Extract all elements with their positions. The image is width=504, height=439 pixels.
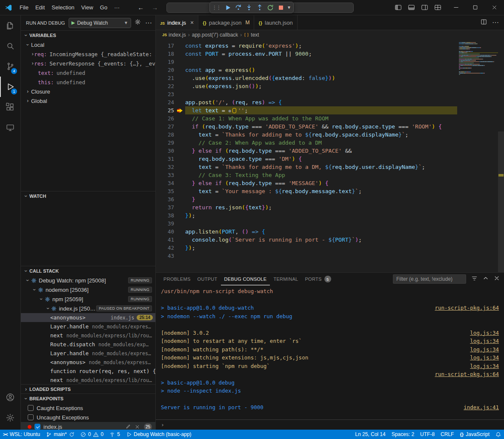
glyph-margin[interactable]	[174, 155, 185, 163]
panel-tab-terminal[interactable]: TERMINAL	[270, 273, 301, 285]
glyph-margin[interactable]	[174, 50, 185, 58]
minimap[interactable]	[459, 42, 498, 77]
breakpoint-row-index-js[interactable]: index.js25	[21, 422, 155, 430]
code-text[interactable]: } else if (req.body.type === 'MESSAGE') …	[185, 179, 457, 187]
menu-selection[interactable]: Selection	[48, 3, 77, 12]
menu-view[interactable]: View	[78, 3, 97, 12]
panel-tab-ports[interactable]: PORTS5	[301, 273, 334, 285]
source-link[interactable]: log.js:34	[470, 329, 501, 337]
variable-this[interactable]: this:undefined	[21, 77, 155, 87]
console-filter-input[interactable]	[393, 274, 466, 284]
loaded-scripts-header[interactable]: ›LOADED SCRIPTS	[21, 385, 155, 393]
code-text[interactable]: });	[185, 244, 457, 252]
toolbar-drag-handle[interactable]: ⋮⋮	[212, 5, 220, 11]
menu-go[interactable]: Go	[97, 3, 111, 12]
go-back-icon[interactable]: ←	[135, 3, 146, 11]
breakpoint-checkbox[interactable]	[28, 405, 34, 411]
debug-session-row[interactable]: ›index.js [25083]PAUSED ON BREAKPOINT	[21, 304, 155, 313]
status-forwarded-ports[interactable]: 5	[106, 430, 123, 439]
code-text[interactable]	[185, 252, 457, 260]
more-editor-actions-icon[interactable]: ···	[492, 19, 499, 26]
code-text[interactable]: .use(express.json());	[185, 82, 457, 90]
step-out-icon[interactable]	[255, 3, 264, 12]
variable-req[interactable]: ›req:IncomingMessage {_readableState: …	[21, 49, 155, 59]
code-text[interactable]: const app = express()	[185, 66, 457, 74]
maximize-panel-icon[interactable]	[483, 275, 489, 283]
edit-breakpoint-icon[interactable]	[125, 424, 131, 430]
stack-frame-row[interactable]: Layer.handlenode_modules/expres…	[21, 349, 155, 358]
code-text[interactable]: text = `Thanks for adding me to ${req.bo…	[185, 131, 457, 139]
glyph-margin[interactable]	[174, 228, 185, 236]
scope-local[interactable]: ›Local	[21, 40, 155, 49]
remove-breakpoint-icon[interactable]	[135, 424, 140, 430]
go-forward-icon[interactable]: →	[149, 3, 160, 11]
variables-header[interactable]: ›VARIABLES	[21, 31, 155, 40]
stack-frame-row[interactable]: nextnode_modules/express/lib/rout…	[21, 376, 155, 384]
breadcrumb-item[interactable]: text	[244, 32, 259, 38]
code-text[interactable]: text = `Thanks for adding me to a DM, ${…	[185, 163, 457, 171]
breakpoints-header[interactable]: ›BREAKPOINTS	[21, 394, 155, 403]
stack-frame-row[interactable]: Layer.handlenode_modules/expres…	[21, 322, 155, 331]
overview-ruler[interactable]	[498, 40, 504, 272]
menu-file[interactable]: File	[16, 3, 32, 12]
breadcrumb-item[interactable]: JSindex.js	[162, 32, 186, 38]
start-debug-icon[interactable]: ▶	[72, 20, 75, 26]
code-text[interactable]: let text = ●'';	[185, 106, 457, 114]
code-text[interactable]: console.log(`Server is running in port -…	[185, 236, 457, 244]
code-text[interactable]: }	[185, 195, 457, 203]
tab-package-json[interactable]: {}package.jsonM	[198, 15, 254, 30]
code-text[interactable]: req.body.space.type === 'DM') {	[185, 155, 457, 163]
paused-on-breakpoint-icon[interactable]	[174, 106, 185, 114]
code-text[interactable]: } else if (req.body.type === 'ADDED_TO_S…	[185, 147, 457, 155]
code-editor[interactable]: 17const express = require('express');18c…	[156, 40, 504, 272]
customize-layout-icon[interactable]	[434, 4, 441, 11]
activitybar-source-control[interactable]: 4	[0, 56, 20, 77]
glyph-margin[interactable]	[174, 42, 185, 50]
stack-frame-row[interactable]: <anonymous>index.js25:14	[21, 313, 155, 322]
glyph-margin[interactable]	[174, 74, 185, 82]
debug-session-row[interactable]: ›nodemon [25036]RUNNING	[21, 285, 155, 294]
status-debug-session[interactable]: Debug Watch (basic-app)	[123, 430, 195, 439]
glyph-margin[interactable]	[174, 147, 185, 155]
stack-frame-row[interactable]: Route.dispatchnode_modules/exp…	[21, 340, 155, 349]
glyph-margin[interactable]	[174, 58, 185, 66]
code-text[interactable]: return res.json({text});	[185, 203, 457, 211]
step-into-icon[interactable]	[244, 3, 254, 12]
source-link[interactable]: log.js:34	[470, 362, 501, 371]
scope-closure[interactable]: ›Closure	[21, 87, 155, 96]
source-link[interactable]: run-script-pkg.js:64	[435, 304, 501, 312]
tab-launch-json[interactable]: {}launch.json	[254, 15, 297, 30]
glyph-margin[interactable]	[174, 90, 185, 98]
status-eol[interactable]: CRLF	[438, 430, 457, 439]
stack-frame-row[interactable]: nextnode_modules/express/lib/rout…	[21, 331, 155, 340]
glyph-margin[interactable]	[174, 114, 185, 123]
glyph-margin[interactable]	[174, 203, 185, 211]
code-text[interactable]: // Case 1: When App was added to the ROO…	[185, 114, 457, 123]
code-text[interactable]	[185, 58, 457, 66]
activitybar-run-and-debug[interactable]: 1	[0, 77, 20, 97]
scrollbar-thumb[interactable]	[498, 131, 504, 272]
debug-config-dropdown[interactable]: ▶ Debug Watch ▼	[69, 18, 131, 28]
code-text[interactable]: if (req.body.type === 'ADDED_TO_SPACE' &…	[185, 123, 457, 131]
close-button[interactable]	[485, 0, 504, 15]
stack-frame-row[interactable]: function router(req, res, next) {.pr…	[21, 367, 155, 376]
status-cursor-position[interactable]: Ln 25, Col 14	[352, 430, 388, 439]
toggle-sidebar-icon[interactable]	[395, 4, 402, 11]
code-text[interactable]: // Case 3: Texting the App	[185, 171, 457, 179]
glyph-margin[interactable]	[174, 187, 185, 195]
watch-header[interactable]: ›WATCH	[21, 191, 155, 201]
panel-tab-debug-console[interactable]: DEBUG CONSOLE	[221, 273, 270, 285]
status-notifications[interactable]	[493, 430, 504, 439]
debug-session-row[interactable]: ›Debug Watch: npm [25008]RUNNING	[21, 276, 155, 285]
code-text[interactable]	[185, 90, 457, 98]
breakpoint-row-caught-exceptions[interactable]: Caught Exceptions	[21, 403, 155, 413]
code-text[interactable]: text = `Your message : ${req.body.messag…	[185, 187, 457, 195]
glyph-margin[interactable]	[174, 66, 185, 74]
restart-icon[interactable]	[265, 3, 275, 12]
activitybar-extensions[interactable]	[0, 97, 20, 117]
status-language-mode[interactable]: {}JavaScript	[457, 430, 493, 439]
code-text[interactable]: // Case 2: When App was added to a DM	[185, 139, 457, 147]
code-text[interactable]	[185, 220, 457, 228]
debug-session-row[interactable]: ›npm [25059]RUNNING	[21, 294, 155, 304]
status-indentation[interactable]: Spaces: 2	[389, 430, 417, 439]
